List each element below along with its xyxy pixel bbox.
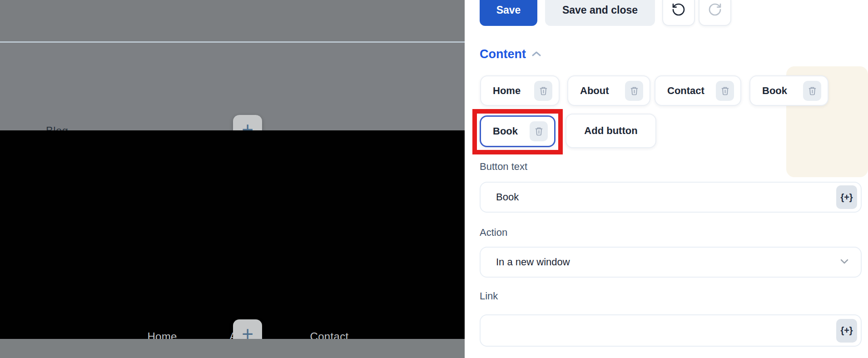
content-button-book-selected[interactable]: Book <box>480 115 556 147</box>
preview-topbar <box>0 0 465 41</box>
token-icon: {+} <box>840 192 853 203</box>
add-button-label: Add button <box>584 125 637 137</box>
content-section-title: Content <box>480 47 526 61</box>
trash-icon <box>540 86 547 95</box>
action-select[interactable]: In a new window <box>480 247 862 278</box>
content-button-label: Book <box>762 85 787 97</box>
content-button-label: Book <box>493 125 518 137</box>
insert-token-button[interactable]: {+} <box>836 319 857 343</box>
add-button-button[interactable]: Add button <box>565 114 656 148</box>
redo-icon <box>708 2 722 19</box>
save-button-label: Save <box>496 4 521 16</box>
delete-button[interactable] <box>534 81 552 101</box>
trash-icon <box>535 127 543 136</box>
undo-button[interactable] <box>662 0 695 26</box>
preview-bottom-section <box>0 339 465 358</box>
action-selected-value: In a new window <box>496 256 570 268</box>
button-text-input[interactable] <box>481 191 861 203</box>
trash-icon <box>630 86 638 95</box>
content-button-book[interactable]: Book <box>749 75 828 106</box>
content-button-label: Home <box>493 85 521 97</box>
save-and-close-label: Save and close <box>562 4 638 16</box>
undo-icon <box>671 2 686 19</box>
delete-button[interactable] <box>716 81 734 101</box>
content-button-home[interactable]: Home <box>480 75 560 106</box>
content-button-about[interactable]: About <box>567 75 650 106</box>
chevron-up-icon <box>531 50 541 59</box>
action-label: Action <box>480 227 507 239</box>
save-and-close-button[interactable]: Save and close <box>545 0 655 26</box>
button-text-field: {+} <box>480 182 862 213</box>
link-input[interactable] <box>481 325 861 337</box>
content-button-label: About <box>580 85 609 97</box>
delete-button[interactable] <box>625 81 643 101</box>
chevron-down-icon <box>840 258 849 266</box>
link-field: {+} <box>480 314 862 347</box>
trash-icon <box>808 86 816 95</box>
delete-button[interactable] <box>530 121 548 141</box>
trash-icon <box>721 86 729 95</box>
insert-token-button[interactable]: {+} <box>836 185 857 209</box>
content-section-header[interactable]: Content <box>480 47 541 61</box>
content-button-contact[interactable]: Contact <box>655 75 741 106</box>
token-icon: {+} <box>840 325 853 336</box>
redo-button[interactable] <box>699 0 731 26</box>
link-label: Link <box>480 290 498 302</box>
save-button[interactable]: Save <box>480 0 537 26</box>
preview-hero-section[interactable]: Home About Contact <box>0 130 465 339</box>
delete-button[interactable] <box>803 81 821 101</box>
content-button-label: Contact <box>667 85 704 97</box>
preview-header-section[interactable]: Blog <box>0 43 465 130</box>
button-text-label: Button text <box>480 161 527 173</box>
